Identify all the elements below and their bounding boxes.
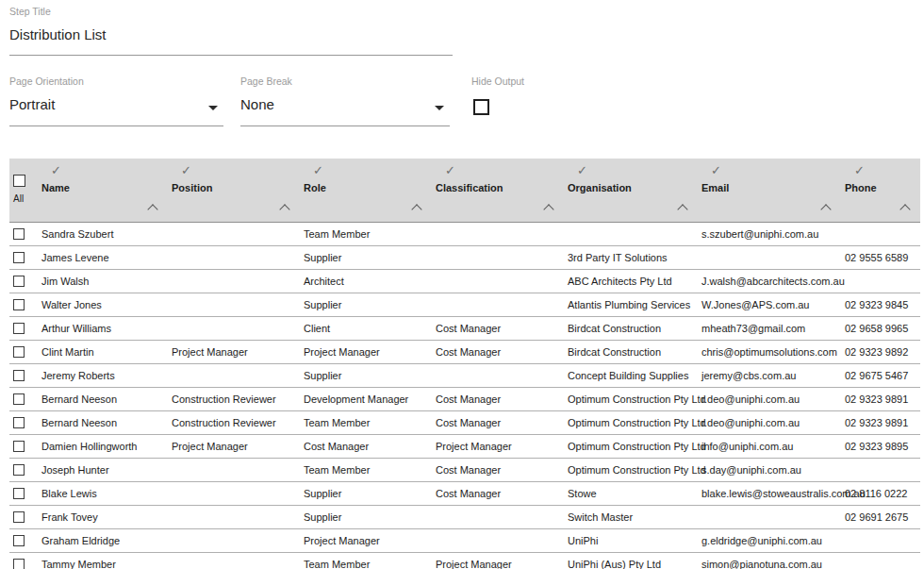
table-row: Bernard NeesonConstruction ReviewerDevel… [9,387,920,410]
row-select-cell [9,222,38,245]
page-break-field: Page Break None [240,75,450,126]
table-cell: 02 8116 0222 [841,481,920,505]
table-cell [168,245,300,269]
check-icon[interactable]: ✓ [445,163,455,177]
row-checkbox[interactable] [13,511,25,523]
table-cell: mheath73@gmail.com [698,316,841,340]
table-cell: Joseph Hunter [38,458,168,481]
sort-asc-icon[interactable] [543,204,553,214]
table-cell [168,458,300,481]
column-header-classification[interactable]: ✓Classification [432,159,564,222]
column-header-role[interactable]: ✓Role [300,159,432,222]
column-header-organisation[interactable]: ✓Organisation [564,159,698,222]
table-cell: Project Manager [300,340,432,363]
table-cell: Graham Eldridge [38,528,168,552]
table-cell: Blake Lewis [38,481,168,505]
table-row: Arthur WilliamsClientCost ManagerBirdcat… [9,316,920,340]
select-all-label: All [13,193,24,204]
column-header-position[interactable]: ✓Position [168,159,300,222]
table-cell: Optimum Construction Pty Ltd [564,458,698,481]
hide-output-checkbox[interactable] [473,99,489,115]
table-row: Joseph HunterTeam MemberCost ManagerOpti… [9,458,920,481]
check-icon[interactable]: ✓ [51,163,61,177]
row-checkbox[interactable] [13,393,25,405]
table-cell [841,552,920,569]
table-cell: g.eldridge@uniphi.com.au [698,528,841,552]
table-cell: info@uniphi.com.au [698,434,841,458]
row-checkbox[interactable] [13,370,25,381]
table-row: Frank ToveySupplierSwitch Master02 9691 … [9,505,920,528]
row-checkbox[interactable] [13,535,25,546]
row-select-cell [9,269,38,293]
check-icon[interactable]: ✓ [711,163,721,177]
row-checkbox[interactable] [13,559,25,569]
sort-asc-icon[interactable] [411,204,421,214]
step-title-label: Step Title [9,6,453,17]
column-header-name[interactable]: ✓Name [38,159,168,222]
row-checkbox[interactable] [13,228,25,240]
table-row: Tammy MemberTeam MemberProject ManagerUn… [9,552,920,569]
row-checkbox[interactable] [13,488,25,499]
page-orientation-field: Page Orientation Portrait [9,75,223,126]
table-row: Damien HollingworthProject ManagerCost M… [9,434,920,458]
table-cell: Supplier [300,505,432,528]
column-header-email[interactable]: ✓Email [698,159,841,222]
row-checkbox[interactable] [13,417,25,428]
row-checkbox[interactable] [13,441,25,452]
row-select-cell [9,434,38,458]
table-cell: Damien Hollingworth [38,434,168,458]
row-select-cell [9,363,38,387]
dropdown-arrow-icon [208,106,218,110]
sort-asc-icon[interactable] [147,204,157,214]
row-checkbox[interactable] [13,299,25,310]
table-cell: s.szubert@uniphi.com.au [698,222,841,245]
check-icon[interactable]: ✓ [854,163,865,177]
table-cell: Cost Manager [432,316,564,340]
table-row: Blake LewisSupplierCost ManagerStoweblak… [9,481,920,505]
table-cell: 02 9323 9891 [841,387,920,410]
table-cell: Cost Manager [432,410,564,434]
table-cell: Switch Master [564,505,698,528]
column-header-phone[interactable]: ✓Phone [841,159,920,222]
step-title-input[interactable]: Distribution List [9,17,453,56]
table-cell: blake.lewis@stoweaustralis.com.au [698,481,841,505]
table-cell: Team Member [300,552,432,569]
row-checkbox[interactable] [13,464,25,476]
sort-asc-icon[interactable] [677,204,687,214]
check-icon[interactable]: ✓ [577,163,587,177]
table-cell [168,505,300,528]
table-row: Clint MartinProject ManagerProject Manag… [9,340,920,363]
table-cell: Client [300,316,432,340]
row-select-cell [9,245,38,269]
row-checkbox[interactable] [13,252,25,263]
check-icon[interactable]: ✓ [313,163,323,177]
row-checkbox[interactable] [13,276,25,287]
table-cell: Cost Manager [432,340,564,363]
row-select-cell [9,552,38,569]
table-cell: Bernard Neeson [38,410,168,434]
hide-output-field: Hide Output [471,75,524,115]
page-orientation-select[interactable]: Portrait [9,87,223,126]
page-break-select[interactable]: None [240,87,450,126]
table-cell: 02 9323 9892 [841,340,920,363]
table-cell: Development Manager [300,387,432,410]
row-select-cell [9,387,38,410]
sort-asc-icon[interactable] [279,204,289,214]
row-checkbox[interactable] [13,346,25,358]
check-icon[interactable]: ✓ [181,163,191,177]
table-cell: s.day@uniphi.com.au [698,458,841,481]
table-cell: James Levene [38,245,168,269]
table-cell [168,269,300,293]
row-select-cell [9,505,38,528]
table-cell: Tammy Member [38,552,168,569]
row-checkbox[interactable] [13,323,25,334]
select-all-checkbox[interactable] [13,175,25,187]
table-cell: Team Member [300,410,432,434]
sort-asc-icon[interactable] [820,204,831,214]
sort-asc-icon[interactable] [899,204,910,214]
table-cell: Cost Manager [432,481,564,505]
table-cell [564,222,698,245]
table-cell: Sandra Szubert [38,222,168,245]
table-cell [168,222,300,245]
step-settings-page: Step Title Distribution List Page Orient… [0,0,924,569]
